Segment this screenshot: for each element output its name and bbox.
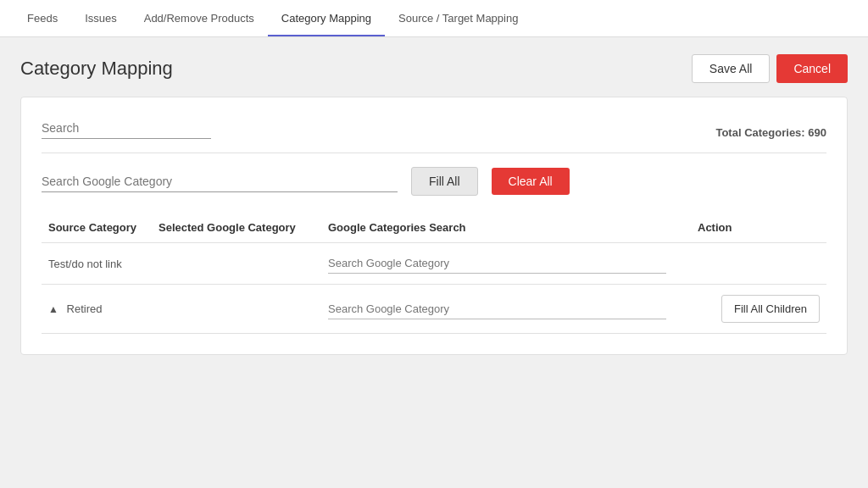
fill-all-button[interactable]: Fill All bbox=[411, 167, 478, 196]
google-categories-search-cell bbox=[321, 243, 691, 285]
mapping-table: Source Category Selected Google Category… bbox=[42, 213, 826, 334]
tab-add-remove-products[interactable]: Add/Remove Products bbox=[131, 2, 268, 36]
save-all-button[interactable]: Save All bbox=[692, 54, 771, 83]
action-cell-2: Fill All Children bbox=[691, 285, 826, 334]
table-body: Test/do not link ▲ Retired bbox=[42, 243, 826, 334]
google-categories-search-cell bbox=[321, 285, 691, 334]
tab-category-mapping[interactable]: Category Mapping bbox=[268, 2, 385, 36]
row-google-category-input-2[interactable] bbox=[328, 299, 666, 319]
page-title: Category Mapping bbox=[20, 58, 173, 80]
col-header-google-search: Google Categories Search bbox=[321, 213, 691, 243]
table-row: ▲ Retired Fill All Children bbox=[42, 285, 826, 334]
action-cell-1 bbox=[691, 243, 826, 285]
search-input[interactable] bbox=[42, 118, 211, 139]
cancel-button[interactable]: Cancel bbox=[776, 54, 848, 83]
search-input-wrap bbox=[42, 118, 211, 139]
source-category-cell: Test/do not link bbox=[42, 243, 152, 285]
col-header-action: Action bbox=[691, 213, 826, 243]
header-buttons: Save All Cancel bbox=[692, 54, 848, 83]
page-content: Category Mapping Save All Cancel Total C… bbox=[0, 37, 868, 488]
table-header: Source Category Selected Google Category… bbox=[42, 213, 826, 243]
tab-issues[interactable]: Issues bbox=[71, 2, 131, 36]
google-category-row: Fill All Clear All bbox=[42, 167, 826, 196]
main-card: Total Categories: 690 Fill All Clear All… bbox=[20, 97, 848, 355]
source-category-label: Test/do not link bbox=[48, 258, 122, 270]
tab-source-target-mapping[interactable]: Source / Target Mapping bbox=[385, 2, 531, 36]
table-row: Test/do not link bbox=[42, 243, 826, 285]
search-row: Total Categories: 690 bbox=[42, 118, 826, 139]
source-category-cell: ▲ Retired bbox=[42, 285, 152, 334]
clear-all-button[interactable]: Clear All bbox=[492, 168, 570, 195]
google-category-search-input[interactable] bbox=[42, 171, 398, 192]
row-google-category-input-1[interactable] bbox=[328, 253, 666, 274]
divider-1 bbox=[42, 152, 826, 153]
selected-google-category-cell bbox=[152, 243, 321, 285]
total-value: 690 bbox=[808, 126, 826, 139]
col-header-source: Source Category bbox=[42, 213, 152, 243]
source-category-label: Retired bbox=[67, 302, 103, 315]
total-categories: Total Categories: 690 bbox=[715, 126, 826, 139]
page-header: Category Mapping Save All Cancel bbox=[20, 54, 848, 83]
fill-all-children-button[interactable]: Fill All Children bbox=[721, 295, 820, 323]
top-navigation: Feeds Issues Add/Remove Products Categor… bbox=[0, 0, 868, 37]
selected-google-category-cell bbox=[152, 285, 321, 334]
col-header-selected: Selected Google Category bbox=[152, 213, 321, 243]
expand-icon[interactable]: ▲ bbox=[48, 303, 58, 315]
tab-feeds[interactable]: Feeds bbox=[14, 2, 71, 36]
